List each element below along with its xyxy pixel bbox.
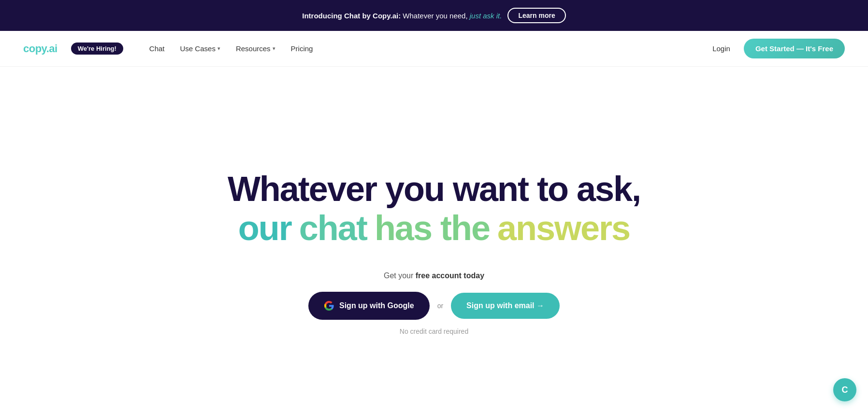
banner-highlight: just ask it. xyxy=(470,12,502,20)
logo-text: copy xyxy=(23,43,46,55)
nav-resources[interactable]: Resources ▾ xyxy=(229,41,282,57)
signup-google-button[interactable]: Sign up with Google xyxy=(308,292,430,320)
gradient-word-chat: chat xyxy=(299,208,367,248)
no-credit-text: No credit card required xyxy=(400,328,468,335)
chevron-down-icon: ▾ xyxy=(273,45,275,52)
logo-ai: ai xyxy=(49,43,57,55)
chevron-down-icon: ▾ xyxy=(217,45,220,52)
chat-fab[interactable]: C xyxy=(833,378,856,401)
hero-subtitle-bold: free account today xyxy=(416,271,484,280)
get-started-button[interactable]: Get Started — It's Free xyxy=(744,39,845,58)
email-btn-label: Sign up with email → xyxy=(466,301,544,310)
hero-title: Whatever you want to ask, our chat has t… xyxy=(228,170,640,248)
hero-title-line2: our chat has the answers xyxy=(228,208,640,248)
hero-subtitle: Get your free account today xyxy=(384,271,484,280)
nav-right: Login Get Started — It's Free xyxy=(707,39,845,58)
nav-use-cases[interactable]: Use Cases ▾ xyxy=(174,41,227,57)
gradient-word-has: has the xyxy=(375,208,490,248)
logo[interactable]: copy.ai xyxy=(23,43,58,55)
or-text: or xyxy=(437,302,443,310)
top-banner: Introducing Chat by Copy.ai: Whatever yo… xyxy=(0,0,868,31)
cta-buttons: Sign up with Google or Sign up with emai… xyxy=(308,292,560,320)
hiring-badge[interactable]: We're Hiring! xyxy=(71,43,123,55)
gradient-word-answers: answers xyxy=(497,208,630,248)
gradient-word-our: our xyxy=(238,208,291,248)
nav-pricing[interactable]: Pricing xyxy=(284,41,320,57)
google-btn-label: Sign up with Google xyxy=(339,301,414,310)
google-icon xyxy=(324,300,334,311)
hero-title-line1: Whatever you want to ask, xyxy=(228,170,640,208)
navbar: copy.ai We're Hiring! Chat Use Cases ▾ R… xyxy=(0,31,868,67)
hero-section: Whatever you want to ask, our chat has t… xyxy=(0,67,868,413)
signup-email-button[interactable]: Sign up with email → xyxy=(451,293,560,319)
nav-links: Chat Use Cases ▾ Resources ▾ Pricing xyxy=(143,41,697,57)
learn-more-button[interactable]: Learn more xyxy=(507,8,565,23)
login-button[interactable]: Login xyxy=(707,41,736,57)
banner-intro: Introducing Chat by Copy.ai: Whatever yo… xyxy=(302,12,502,20)
nav-chat[interactable]: Chat xyxy=(143,41,172,57)
